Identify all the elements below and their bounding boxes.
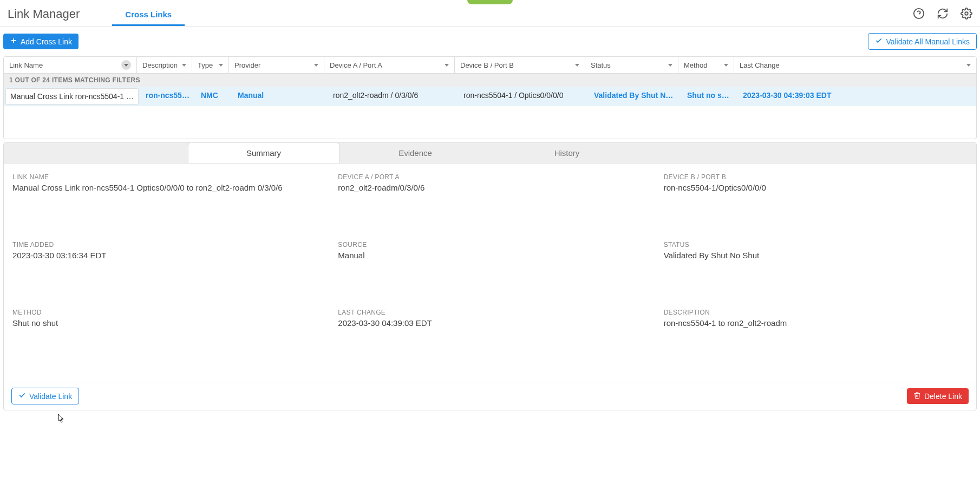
- chevron-down-icon: [668, 64, 672, 67]
- cell-description[interactable]: ron-ncs5504-…: [140, 87, 195, 106]
- field-value: ron-ncs5504-1/Optics0/0/0/0: [664, 183, 968, 192]
- chevron-down-icon: [445, 64, 449, 67]
- col-label: Type: [198, 61, 213, 69]
- col-label: Method: [684, 61, 707, 69]
- cell-device-b: ron-ncs5504-1 / Optics0/0/0/0: [458, 87, 589, 106]
- col-type[interactable]: Type: [192, 57, 229, 73]
- details-panel: Summary Evidence History LINK NAME Manua…: [3, 142, 977, 410]
- validate-all-label: Validate All Manual Links: [886, 37, 970, 46]
- chevron-down-icon: [575, 64, 579, 67]
- col-label: Device A / Port A: [330, 61, 382, 69]
- chevron-down-icon: [182, 64, 186, 67]
- check-icon: [875, 37, 883, 46]
- col-provider[interactable]: Provider: [229, 57, 324, 73]
- table-header: Link Name Description Type Provider Devi…: [4, 57, 976, 74]
- trash-icon: [913, 391, 921, 401]
- cell-device-a: ron2_olt2-roadm / 0/3/0/6: [328, 87, 458, 106]
- field-method: METHOD Shut no shut: [12, 309, 316, 328]
- chevron-down-icon: [219, 64, 223, 67]
- add-cross-link-button[interactable]: Add Cross Link: [3, 34, 79, 49]
- col-label: Provider: [234, 61, 260, 69]
- cell-last-change: 2023-03-30 04:39:03 EDT: [737, 87, 976, 106]
- validate-link-button[interactable]: Validate Link: [11, 388, 79, 404]
- check-icon: [18, 391, 26, 401]
- col-method[interactable]: Method: [678, 57, 734, 73]
- refresh-icon[interactable]: [937, 8, 949, 21]
- field-label: LINK NAME: [12, 173, 316, 181]
- field-label: DEVICE B / PORT B: [664, 173, 968, 181]
- tab-label: History: [554, 148, 580, 158]
- chevron-down-icon: [724, 64, 728, 67]
- col-label: Status: [591, 61, 611, 69]
- field-label: METHOD: [12, 309, 316, 316]
- cell-method: Shut no shut: [682, 87, 737, 106]
- header-actions: [913, 8, 972, 21]
- cell-provider[interactable]: Manual: [232, 87, 328, 106]
- tab-evidence[interactable]: Evidence: [339, 143, 491, 163]
- field-label: SOURCE: [338, 241, 642, 249]
- gear-icon[interactable]: [961, 8, 972, 21]
- validate-all-button[interactable]: Validate All Manual Links: [868, 33, 977, 50]
- field-value: Shut no shut: [12, 318, 316, 328]
- field-value: Manual: [338, 251, 642, 260]
- help-icon[interactable]: [913, 8, 925, 21]
- field-value: ron-ncs5504-1 to ron2_olt2-roadm: [664, 318, 968, 328]
- tab-history[interactable]: History: [491, 143, 643, 163]
- header: Link Manager Cross Links: [0, 2, 980, 27]
- links-table: Link Name Description Type Provider Devi…: [3, 56, 977, 139]
- col-label: Last Change: [740, 61, 780, 69]
- field-link-name: LINK NAME Manual Cross Link ron-ncs5504-…: [12, 173, 316, 192]
- tab-summary[interactable]: Summary: [188, 142, 339, 163]
- col-description[interactable]: Description: [137, 57, 192, 73]
- table-row[interactable]: Manual Cross Link ron-ncs5504-1 Optic… r…: [4, 87, 976, 106]
- field-label: DESCRIPTION: [664, 309, 968, 316]
- tab-label: Evidence: [398, 148, 432, 158]
- field-time-added: TIME ADDED 2023-03-30 03:16:34 EDT: [12, 241, 316, 260]
- col-device-b[interactable]: Device B / Port B: [455, 57, 585, 73]
- tab-cross-links[interactable]: Cross Links: [112, 2, 185, 26]
- toolbar: Add Cross Link Validate All Manual Links: [0, 27, 980, 56]
- field-value: 2023-03-30 03:16:34 EDT: [12, 251, 316, 260]
- top-tabs: Cross Links: [112, 2, 185, 26]
- filter-active-icon[interactable]: [121, 60, 131, 70]
- tab-label: Cross Links: [125, 10, 172, 19]
- chevron-down-icon: [314, 64, 318, 67]
- page-title: Link Manager: [8, 7, 80, 21]
- field-value: ron2_olt2-roadm/0/3/0/6: [338, 183, 642, 192]
- plus-icon: [10, 37, 17, 46]
- delete-link-button[interactable]: Delete Link: [907, 388, 969, 404]
- cell-type[interactable]: NMC: [195, 87, 232, 106]
- col-status[interactable]: Status: [585, 57, 678, 73]
- field-source: SOURCE Manual: [338, 241, 642, 260]
- col-link-name[interactable]: Link Name: [4, 57, 137, 73]
- field-label: STATUS: [664, 241, 968, 249]
- field-value: Validated By Shut No Shut: [664, 251, 968, 260]
- col-label: Link Name: [9, 61, 43, 69]
- col-device-a[interactable]: Device A / Port A: [324, 57, 455, 73]
- cell-link-name: Manual Cross Link ron-ncs5504-1 Optic…: [5, 88, 139, 104]
- field-device-a: DEVICE A / PORT A ron2_olt2-roadm/0/3/0/…: [338, 173, 642, 192]
- cursor-icon: [56, 414, 65, 424]
- cell-status: Validated By Shut No Shut: [589, 87, 682, 106]
- col-last-change[interactable]: Last Change: [734, 57, 976, 73]
- col-label: Device B / Port B: [460, 61, 514, 69]
- chevron-down-icon: [966, 64, 971, 67]
- field-value: Manual Cross Link ron-ncs5504-1 Optics0/…: [12, 183, 316, 192]
- field-device-b: DEVICE B / PORT B ron-ncs5504-1/Optics0/…: [664, 173, 968, 192]
- field-label: TIME ADDED: [12, 241, 316, 249]
- field-description: DESCRIPTION ron-ncs5504-1 to ron2_olt2-r…: [664, 309, 968, 328]
- detail-footer: Validate Link Delete Link: [4, 382, 976, 410]
- field-label: LAST CHANGE: [338, 309, 642, 316]
- field-value: 2023-03-30 04:39:03 EDT: [338, 318, 642, 328]
- detail-grid: LINK NAME Manual Cross Link ron-ncs5504-…: [4, 164, 976, 382]
- notification-fragment: [467, 0, 513, 4]
- svg-point-2: [965, 12, 968, 15]
- field-label: DEVICE A / PORT A: [338, 173, 642, 181]
- validate-link-label: Validate Link: [29, 392, 72, 401]
- detail-tabs: Summary Evidence History: [4, 143, 976, 164]
- tab-label: Summary: [246, 148, 281, 158]
- delete-link-label: Delete Link: [924, 392, 962, 401]
- field-last-change: LAST CHANGE 2023-03-30 04:39:03 EDT: [338, 309, 642, 328]
- col-label: Description: [142, 61, 178, 69]
- field-status: STATUS Validated By Shut No Shut: [664, 241, 968, 260]
